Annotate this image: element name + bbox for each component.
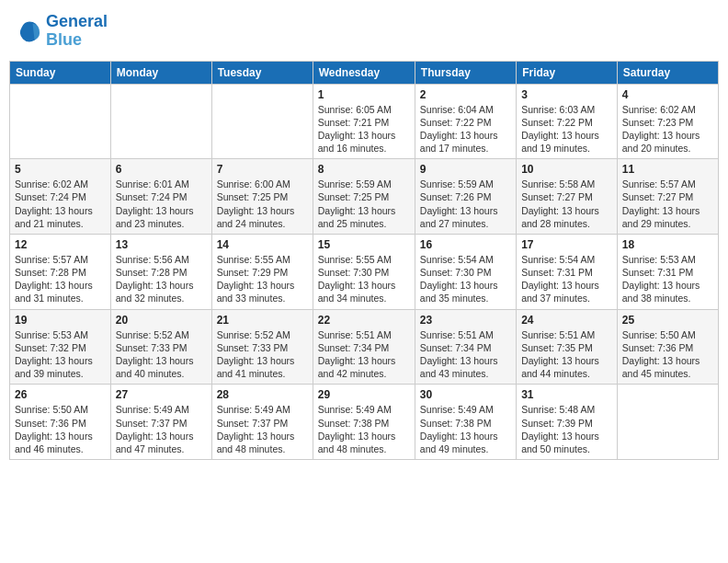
page-header: General Blue	[9, 9, 719, 53]
day-number: 23	[420, 314, 511, 327]
day-info: Sunrise: 5:59 AMSunset: 7:26 PMDaylight:…	[420, 178, 511, 230]
calendar-cell: 29Sunrise: 5:49 AMSunset: 7:38 PMDayligh…	[313, 385, 415, 460]
calendar-cell: 5Sunrise: 6:02 AMSunset: 7:24 PMDaylight…	[10, 159, 111, 235]
calendar-cell: 7Sunrise: 6:00 AMSunset: 7:25 PMDaylight…	[211, 159, 313, 235]
day-number: 3	[521, 88, 612, 101]
calendar-cell: 1Sunrise: 6:05 AMSunset: 7:21 PMDaylight…	[313, 84, 415, 159]
day-info: Sunrise: 5:52 AMSunset: 7:33 PMDaylight:…	[116, 328, 207, 381]
day-info: Sunrise: 5:56 AMSunset: 7:28 PMDaylight:…	[116, 253, 207, 305]
logo-text: General Blue	[46, 13, 108, 50]
day-number: 4	[622, 88, 713, 101]
day-info: Sunrise: 6:02 AMSunset: 7:23 PMDaylight:…	[622, 103, 713, 155]
weekday-header-monday: Monday	[110, 61, 211, 84]
day-info: Sunrise: 5:59 AMSunset: 7:25 PMDaylight:…	[318, 178, 410, 230]
calendar-cell: 27Sunrise: 5:49 AMSunset: 7:37 PMDayligh…	[110, 385, 211, 460]
day-info: Sunrise: 5:55 AMSunset: 7:29 PMDaylight:…	[217, 253, 308, 305]
day-number: 22	[318, 314, 410, 327]
weekday-header-thursday: Thursday	[415, 61, 516, 84]
day-number: 27	[116, 388, 207, 401]
day-info: Sunrise: 5:49 AMSunset: 7:37 PMDaylight:…	[217, 403, 308, 455]
calendar-cell: 21Sunrise: 5:52 AMSunset: 7:33 PMDayligh…	[211, 309, 313, 385]
day-info: Sunrise: 6:02 AMSunset: 7:24 PMDaylight:…	[15, 178, 106, 230]
week-row-5: 26Sunrise: 5:50 AMSunset: 7:36 PMDayligh…	[10, 385, 719, 460]
day-info: Sunrise: 5:50 AMSunset: 7:36 PMDaylight:…	[15, 403, 106, 455]
calendar-cell: 13Sunrise: 5:56 AMSunset: 7:28 PMDayligh…	[110, 234, 211, 309]
day-info: Sunrise: 5:51 AMSunset: 7:34 PMDaylight:…	[318, 328, 410, 381]
day-info: Sunrise: 6:03 AMSunset: 7:22 PMDaylight:…	[521, 103, 612, 155]
day-info: Sunrise: 5:48 AMSunset: 7:39 PMDaylight:…	[521, 403, 612, 455]
calendar-cell: 10Sunrise: 5:58 AMSunset: 7:27 PMDayligh…	[517, 159, 618, 235]
day-number: 7	[217, 163, 308, 176]
calendar-cell: 14Sunrise: 5:55 AMSunset: 7:29 PMDayligh…	[211, 234, 313, 309]
calendar-cell	[10, 84, 111, 159]
calendar-cell: 31Sunrise: 5:48 AMSunset: 7:39 PMDayligh…	[517, 385, 618, 460]
calendar-cell	[110, 84, 211, 159]
day-number: 13	[116, 238, 207, 251]
day-number: 8	[318, 163, 410, 176]
day-number: 15	[318, 238, 410, 251]
week-row-2: 5Sunrise: 6:02 AMSunset: 7:24 PMDaylight…	[10, 159, 719, 235]
day-info: Sunrise: 5:49 AMSunset: 7:38 PMDaylight:…	[318, 403, 410, 455]
day-number: 18	[622, 238, 713, 251]
calendar-cell	[617, 385, 718, 460]
calendar-cell: 9Sunrise: 5:59 AMSunset: 7:26 PMDaylight…	[415, 159, 516, 235]
day-info: Sunrise: 5:49 AMSunset: 7:38 PMDaylight:…	[420, 403, 511, 455]
day-number: 12	[15, 238, 106, 251]
weekday-header-friday: Friday	[517, 61, 618, 84]
day-number: 26	[15, 388, 106, 401]
day-info: Sunrise: 5:54 AMSunset: 7:31 PMDaylight:…	[521, 253, 612, 305]
calendar-cell: 24Sunrise: 5:51 AMSunset: 7:35 PMDayligh…	[517, 309, 618, 385]
day-number: 29	[318, 388, 410, 401]
day-info: Sunrise: 5:49 AMSunset: 7:37 PMDaylight:…	[116, 403, 207, 455]
calendar-cell: 19Sunrise: 5:53 AMSunset: 7:32 PMDayligh…	[10, 309, 111, 385]
day-info: Sunrise: 5:57 AMSunset: 7:28 PMDaylight:…	[15, 253, 106, 305]
day-info: Sunrise: 5:53 AMSunset: 7:32 PMDaylight:…	[15, 328, 106, 381]
calendar-cell: 3Sunrise: 6:03 AMSunset: 7:22 PMDaylight…	[517, 84, 618, 159]
day-number: 24	[521, 314, 612, 327]
logo-icon	[17, 18, 42, 44]
calendar-cell: 6Sunrise: 6:01 AMSunset: 7:24 PMDaylight…	[110, 159, 211, 235]
calendar-cell: 17Sunrise: 5:54 AMSunset: 7:31 PMDayligh…	[517, 234, 618, 309]
week-row-4: 19Sunrise: 5:53 AMSunset: 7:32 PMDayligh…	[10, 309, 719, 385]
calendar-cell: 30Sunrise: 5:49 AMSunset: 7:38 PMDayligh…	[415, 385, 516, 460]
day-number: 16	[420, 238, 511, 251]
weekday-header-row: SundayMondayTuesdayWednesdayThursdayFrid…	[10, 61, 719, 84]
calendar-cell: 16Sunrise: 5:54 AMSunset: 7:30 PMDayligh…	[415, 234, 516, 309]
day-number: 25	[622, 314, 713, 327]
day-number: 20	[116, 314, 207, 327]
week-row-1: 1Sunrise: 6:05 AMSunset: 7:21 PMDaylight…	[10, 84, 719, 159]
calendar-cell: 11Sunrise: 5:57 AMSunset: 7:27 PMDayligh…	[617, 159, 718, 235]
calendar-cell: 20Sunrise: 5:52 AMSunset: 7:33 PMDayligh…	[110, 309, 211, 385]
day-number: 14	[217, 238, 308, 251]
day-info: Sunrise: 5:57 AMSunset: 7:27 PMDaylight:…	[622, 178, 713, 230]
calendar-cell: 25Sunrise: 5:50 AMSunset: 7:36 PMDayligh…	[617, 309, 718, 385]
day-info: Sunrise: 5:52 AMSunset: 7:33 PMDaylight:…	[217, 328, 308, 381]
weekday-header-sunday: Sunday	[10, 61, 111, 84]
day-number: 9	[420, 163, 511, 176]
day-number: 30	[420, 388, 511, 401]
calendar-cell: 15Sunrise: 5:55 AMSunset: 7:30 PMDayligh…	[313, 234, 415, 309]
day-info: Sunrise: 5:58 AMSunset: 7:27 PMDaylight:…	[521, 178, 612, 230]
day-number: 31	[521, 388, 612, 401]
day-number: 21	[217, 314, 308, 327]
day-info: Sunrise: 5:50 AMSunset: 7:36 PMDaylight:…	[622, 328, 713, 381]
calendar-cell: 18Sunrise: 5:53 AMSunset: 7:31 PMDayligh…	[617, 234, 718, 309]
day-number: 1	[318, 88, 410, 101]
day-info: Sunrise: 5:54 AMSunset: 7:30 PMDaylight:…	[420, 253, 511, 305]
calendar-table: SundayMondayTuesdayWednesdayThursdayFrid…	[9, 61, 719, 460]
day-number: 28	[217, 388, 308, 401]
calendar-cell: 28Sunrise: 5:49 AMSunset: 7:37 PMDayligh…	[211, 385, 313, 460]
day-info: Sunrise: 6:00 AMSunset: 7:25 PMDaylight:…	[217, 178, 308, 230]
day-info: Sunrise: 6:04 AMSunset: 7:22 PMDaylight:…	[420, 103, 511, 155]
day-info: Sunrise: 6:01 AMSunset: 7:24 PMDaylight:…	[116, 178, 207, 230]
day-number: 5	[15, 163, 106, 176]
calendar-cell	[211, 84, 313, 159]
week-row-3: 12Sunrise: 5:57 AMSunset: 7:28 PMDayligh…	[10, 234, 719, 309]
calendar-cell: 22Sunrise: 5:51 AMSunset: 7:34 PMDayligh…	[313, 309, 415, 385]
day-info: Sunrise: 6:05 AMSunset: 7:21 PMDaylight:…	[318, 103, 410, 155]
day-number: 19	[15, 314, 106, 327]
weekday-header-tuesday: Tuesday	[211, 61, 313, 84]
logo: General Blue	[17, 13, 108, 50]
calendar-cell: 2Sunrise: 6:04 AMSunset: 7:22 PMDaylight…	[415, 84, 516, 159]
day-number: 2	[420, 88, 511, 101]
